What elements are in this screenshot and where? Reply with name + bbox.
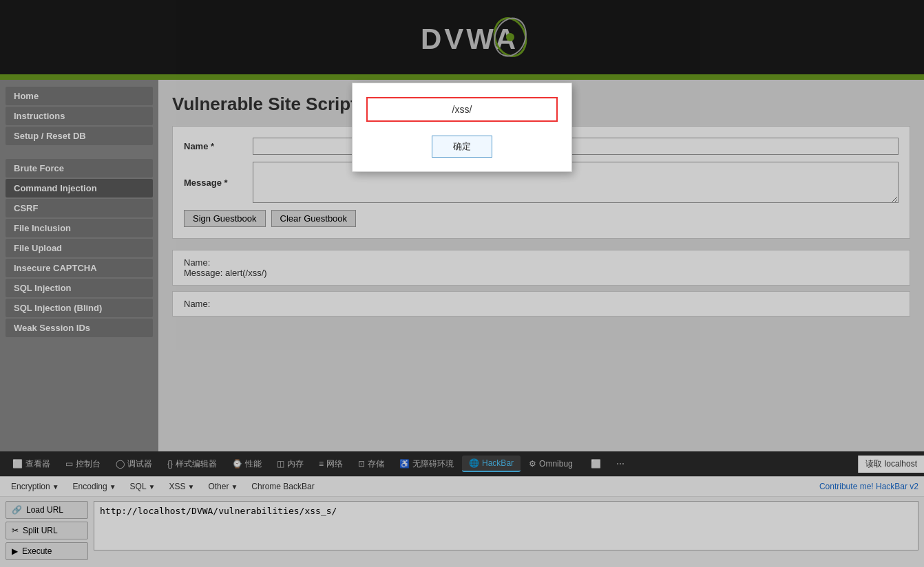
dialog-ok-button[interactable]: 确定 <box>432 136 492 158</box>
dialog-overlay: /xss/ 确定 <box>0 0 924 567</box>
alert-dialog: /xss/ 确定 <box>352 83 572 172</box>
dialog-message: /xss/ <box>366 97 558 122</box>
